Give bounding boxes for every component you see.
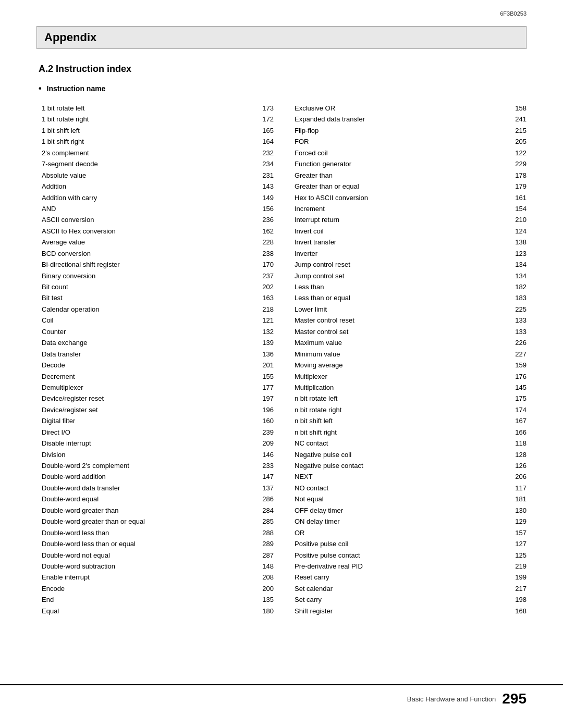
item-page: 161 (508, 192, 527, 203)
list-item: Encode200 (42, 583, 274, 594)
list-item: Digital filter160 (42, 415, 274, 426)
item-name: End (42, 594, 255, 605)
item-page: 134 (508, 270, 527, 281)
list-item: Double-word not equal287 (42, 550, 274, 561)
item-name: Reset carry (295, 572, 508, 583)
list-item: ASCII to Hex conversion162 (42, 226, 274, 237)
item-page: 127 (508, 538, 527, 549)
list-item: Pre-derivative real PID219 (295, 561, 527, 572)
list-item: Disable interrupt209 (42, 438, 274, 449)
list-item: Calendar operation218 (42, 304, 274, 315)
list-item: Double-word greater than or equal285 (42, 516, 274, 527)
item-page: 134 (508, 259, 527, 270)
list-item: NEXT206 (295, 471, 527, 482)
item-page: 130 (508, 505, 527, 516)
list-item: Minimum value227 (295, 349, 527, 360)
item-name: OFF delay timer (295, 505, 508, 516)
item-name: Expanded data transfer (295, 114, 508, 125)
item-page: 129 (508, 516, 527, 527)
item-page: 135 (255, 594, 274, 605)
item-page: 133 (508, 315, 527, 326)
item-name: 1 bit shift left (42, 125, 255, 136)
item-page: 162 (255, 226, 274, 237)
item-page: 148 (255, 561, 274, 572)
list-item: Multiplexer176 (295, 371, 527, 382)
item-name: Jump control set (295, 270, 508, 281)
item-name: Binary conversion (42, 270, 255, 281)
item-page: 209 (255, 438, 274, 449)
item-page: 175 (508, 393, 527, 404)
item-page: 138 (508, 237, 527, 248)
item-page: 136 (255, 349, 274, 360)
index-columns: 1 bit rotate left1731 bit rotate right17… (42, 103, 527, 616)
item-page: 202 (255, 281, 274, 292)
item-name: Invert coil (295, 226, 508, 237)
item-name: Digital filter (42, 415, 255, 426)
item-page: 155 (255, 371, 274, 382)
list-item: Bi-directional shift register170 (42, 259, 274, 270)
item-page: 176 (508, 371, 527, 382)
list-item: AND156 (42, 203, 274, 214)
item-name: Hex to ASCII conversion (295, 192, 508, 203)
item-name: NEXT (295, 471, 508, 482)
list-item: Device/register set196 (42, 404, 274, 415)
item-page: 139 (255, 337, 274, 348)
item-name: n bit rotate left (295, 393, 508, 404)
item-name: Master control reset (295, 315, 508, 326)
item-name: Less than (295, 281, 508, 292)
item-name: FOR (295, 136, 508, 147)
list-item: ASCII conversion236 (42, 214, 274, 225)
list-item: Decode201 (42, 360, 274, 371)
list-item: OFF delay timer130 (295, 505, 527, 516)
item-name: Decode (42, 360, 255, 371)
list-item: Flip-flop215 (295, 125, 527, 136)
list-item: Enable interrupt208 (42, 572, 274, 583)
item-name: Device/register set (42, 404, 255, 415)
list-item: Interrupt return210 (295, 214, 527, 225)
item-page: 122 (508, 147, 527, 158)
list-item: Jump control set134 (295, 270, 527, 281)
item-page: 210 (508, 214, 527, 225)
item-page: 196 (255, 404, 274, 415)
list-item: Multiplication145 (295, 382, 527, 393)
list-item: Average value228 (42, 237, 274, 248)
item-page: 285 (255, 516, 274, 527)
list-item: Equal180 (42, 606, 274, 616)
list-item: Exclusive OR158 (295, 103, 527, 114)
item-page: 215 (508, 125, 527, 136)
item-name: Negative pulse coil (295, 449, 508, 460)
item-name: Counter (42, 326, 255, 337)
item-page: 170 (255, 259, 274, 270)
item-page: 147 (255, 471, 274, 482)
list-item: Division146 (42, 449, 274, 460)
item-page: 181 (508, 493, 527, 504)
item-page: 143 (255, 181, 274, 192)
item-page: 286 (255, 493, 274, 504)
item-name: Double-word subtraction (42, 561, 255, 572)
item-name: Set carry (295, 594, 508, 605)
item-name: Invert transfer (295, 237, 508, 248)
item-name: Master control set (295, 326, 508, 337)
list-item: Set carry198 (295, 594, 527, 605)
item-name: Inverter (295, 248, 508, 259)
list-item: 7-segment decode234 (42, 158, 274, 169)
list-item: Binary conversion237 (42, 270, 274, 281)
item-name: Increment (295, 203, 508, 214)
item-page: 168 (508, 606, 527, 616)
list-item: Inverter123 (295, 248, 527, 259)
list-item: Function generator229 (295, 158, 527, 169)
item-name: Coil (42, 315, 255, 326)
item-name: Calendar operation (42, 304, 255, 315)
item-name: Division (42, 449, 255, 460)
list-item: FOR205 (295, 136, 527, 147)
item-page: 284 (255, 505, 274, 516)
item-name: Double-word greater than or equal (42, 516, 255, 527)
item-name: Double-word less than or equal (42, 538, 255, 549)
item-name: Absolute value (42, 170, 255, 181)
item-page: 232 (255, 147, 274, 158)
list-item: Double-word equal286 (42, 493, 274, 504)
list-item: Master control reset133 (295, 315, 527, 326)
item-page: 228 (255, 237, 274, 248)
item-page: 179 (508, 181, 527, 192)
item-name: Double-word less than (42, 527, 255, 538)
